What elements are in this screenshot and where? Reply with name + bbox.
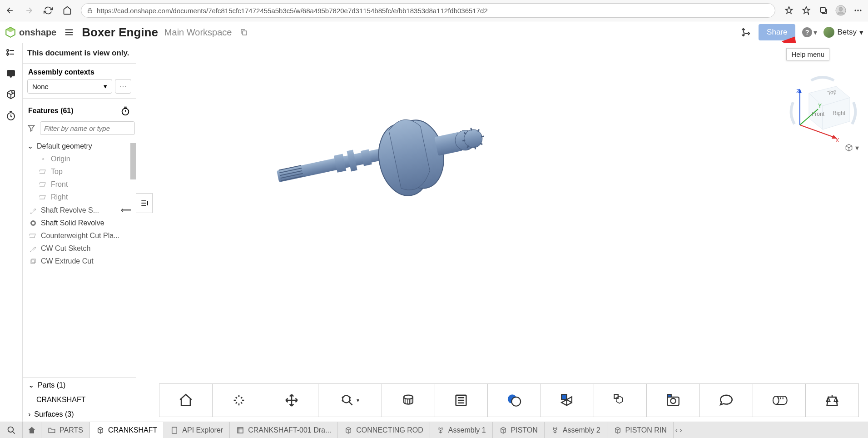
- home-tab-button[interactable]: [23, 422, 41, 438]
- viewport-3d[interactable]: Top Front Right Z X Y ▾: [136, 43, 868, 422]
- history-icon[interactable]: [5, 110, 17, 122]
- assembly-context-more-button[interactable]: ⋯: [115, 79, 131, 94]
- copy-icon[interactable]: [240, 28, 248, 36]
- read-aloud-button[interactable]: [784, 5, 794, 16]
- favorites-button[interactable]: [801, 5, 812, 16]
- versions-icon[interactable]: [5, 90, 17, 101]
- tab-piston-ring[interactable]: PISTON RIN: [607, 422, 674, 438]
- origin-item[interactable]: ◦ Origin: [23, 153, 136, 165]
- section-view-button[interactable]: [382, 384, 435, 417]
- filter-icon[interactable]: [27, 124, 35, 132]
- chevron-right-icon[interactable]: ›: [680, 426, 682, 434]
- chevron-down-icon: ▾: [357, 397, 359, 403]
- stopwatch-icon[interactable]: [120, 106, 130, 116]
- collections-button[interactable]: [818, 5, 829, 16]
- avatar-icon: [823, 27, 834, 38]
- tab-connecting-rod[interactable]: CONNECTING ROD: [338, 422, 430, 438]
- svg-text:Right: Right: [833, 110, 846, 116]
- svg-point-62: [404, 395, 413, 399]
- top-plane-item[interactable]: Top: [23, 165, 136, 178]
- mass-props-button[interactable]: [806, 384, 858, 417]
- exploded-view-button[interactable]: [594, 384, 647, 417]
- url-text: https://cad.onshape.com/documents/7efc81…: [97, 7, 488, 15]
- tab-piston[interactable]: PISTON: [493, 422, 545, 438]
- parts-group[interactable]: ⌄ Parts (1): [23, 378, 136, 393]
- view-cube[interactable]: Top Front Right Z X Y: [786, 70, 859, 143]
- user-menu[interactable]: Betsy ▾: [823, 27, 863, 38]
- help-menu-button[interactable]: ? ▾: [802, 27, 817, 38]
- more-button[interactable]: [853, 5, 863, 16]
- right-plane-item[interactable]: Right: [23, 191, 136, 204]
- svg-line-42: [462, 140, 465, 141]
- user-name-label: Betsy: [837, 28, 857, 37]
- tabs-scroll-controls[interactable]: ‹ ›: [674, 426, 684, 434]
- home-view-button[interactable]: [159, 384, 213, 417]
- tree-scrollbar[interactable]: [130, 143, 136, 179]
- extrude-icon: [29, 257, 37, 265]
- lock-icon: [87, 7, 93, 14]
- part-crankshaft[interactable]: CRANKSHAFT: [23, 393, 136, 407]
- feature-tree-icon[interactable]: [5, 48, 17, 60]
- tab-assembly2[interactable]: Assembly 2: [545, 422, 607, 438]
- tab-crankshaft-drawing[interactable]: CRANKSHAFT-001 Dra...: [230, 422, 338, 438]
- appearance-button[interactable]: [488, 384, 541, 417]
- surfaces-group[interactable]: › Surfaces (3): [23, 407, 136, 422]
- comments-icon[interactable]: [5, 69, 17, 80]
- plane-icon: [39, 168, 47, 176]
- nav-home-button[interactable]: [62, 5, 73, 16]
- brand-logo[interactable]: onshape: [5, 26, 56, 38]
- comment-button[interactable]: [700, 384, 753, 417]
- feature-cw-cut-plane[interactable]: Counterweight Cut Pla...: [23, 229, 136, 242]
- app-header: onshape Boxer Engine Main Workspace Shar…: [0, 21, 868, 43]
- measure-button[interactable]: [753, 384, 806, 417]
- default-geometry-group[interactable]: ⌄ Default geometry: [23, 139, 136, 153]
- nav-forward-button[interactable]: [24, 5, 35, 16]
- svg-point-61: [343, 395, 350, 403]
- feature-cw-extrude-cut[interactable]: CW Extrude Cut: [23, 255, 136, 268]
- view-cube-menu[interactable]: ▾: [844, 143, 859, 152]
- hide-show-button[interactable]: [541, 384, 594, 417]
- nav-back-button[interactable]: [5, 5, 15, 16]
- svg-line-46: [480, 143, 482, 145]
- sketch-icon: [29, 244, 37, 253]
- svg-rect-9: [243, 31, 247, 35]
- camera-button[interactable]: [647, 384, 700, 417]
- chevron-down-icon: ▾: [859, 28, 863, 37]
- chevron-left-icon[interactable]: ‹: [675, 426, 678, 434]
- profile-button[interactable]: [835, 5, 846, 16]
- svg-text:Front: Front: [812, 111, 825, 117]
- front-plane-item[interactable]: Front: [23, 178, 136, 191]
- svg-point-69: [670, 398, 675, 403]
- svg-rect-21: [40, 183, 45, 186]
- document-title: Boxer Engine: [82, 25, 158, 40]
- named-views-button[interactable]: [435, 384, 488, 417]
- chevron-right-icon: ›: [28, 410, 30, 418]
- svg-point-6: [860, 10, 861, 11]
- tab-assembly1[interactable]: Assembly 1: [430, 422, 493, 438]
- tab-parts-folder[interactable]: PARTS: [41, 422, 90, 438]
- url-bar[interactable]: https://cad.onshape.com/documents/7efc81…: [81, 3, 775, 18]
- feature-shaft-solid-revolve[interactable]: Shaft Solid Revolve: [23, 217, 136, 229]
- svg-text:Y: Y: [818, 103, 822, 109]
- feature-filter-input[interactable]: [40, 121, 135, 135]
- menu-button[interactable]: [63, 27, 75, 38]
- zoom-dropdown[interactable]: ▾: [318, 384, 382, 417]
- onshape-logo-icon: [5, 26, 16, 38]
- rotate-button[interactable]: [213, 384, 266, 417]
- search-tabs-button[interactable]: [0, 422, 23, 438]
- feature-shaft-revolve-sketch[interactable]: Shaft Revolve S... ⟸: [23, 204, 136, 217]
- assembly-context-select[interactable]: None ▾: [27, 79, 112, 94]
- nav-refresh-button[interactable]: [43, 5, 54, 16]
- pan-button[interactable]: [265, 384, 318, 417]
- feature-cw-cut-sketch[interactable]: CW Cut Sketch: [23, 242, 136, 255]
- svg-text:Z: Z: [796, 88, 800, 95]
- svg-rect-22: [40, 195, 45, 199]
- panel-toggle-button[interactable]: [136, 193, 153, 213]
- assembly-context-value: None: [32, 83, 49, 90]
- branches-icon[interactable]: [739, 27, 752, 38]
- tab-crankshaft[interactable]: CRANKSHAFT: [90, 422, 164, 438]
- tabs-footer: PARTS CRANKSHAFT API Explorer CRANKSHAFT…: [0, 422, 868, 438]
- svg-text:X: X: [835, 137, 839, 143]
- tab-api-explorer[interactable]: API Explorer: [164, 422, 230, 438]
- feature-tree: ⌄ Default geometry ◦ Origin Top Front Ri…: [23, 138, 136, 377]
